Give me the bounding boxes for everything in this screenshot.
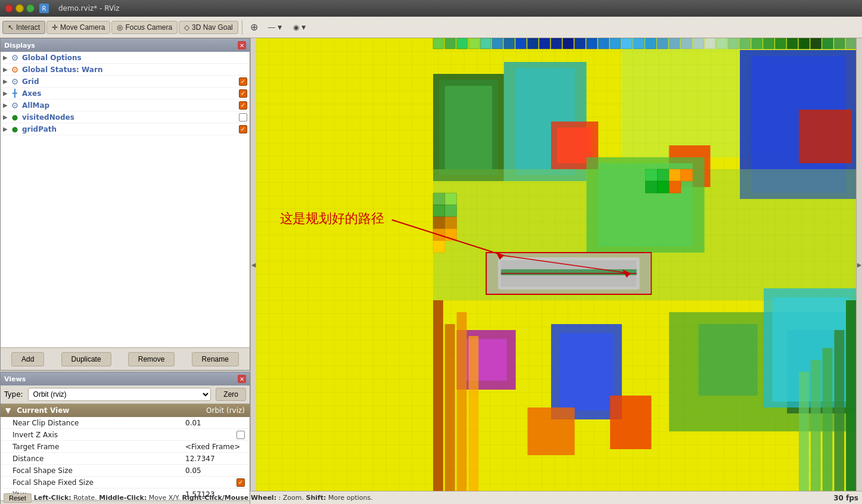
- view-params: Near Clip Distance 0.01 Invert Z Axis Ta…: [1, 417, 250, 500]
- svg-rect-73: [445, 205, 457, 217]
- svg-rect-86: [846, 300, 856, 491]
- toolbar-separator-1: [242, 20, 242, 35]
- interact-button[interactable]: ↖ Interact: [2, 21, 45, 34]
- main-toolbar: ↖ Interact ✛ Move Camera ◎ Focus Camera …: [0, 17, 862, 38]
- svg-rect-63: [669, 312, 856, 431]
- invert-z-checkbox[interactable]: [236, 431, 245, 439]
- svg-rect-68: [764, 288, 856, 407]
- move-camera-button[interactable]: ✛ Move Camera: [46, 21, 110, 34]
- svg-rect-85: [669, 181, 681, 193]
- svg-rect-20: [634, 38, 645, 49]
- svg-rect-23: [669, 38, 680, 49]
- svg-text:这是规划好的路径: 这是规划好的路径: [280, 211, 384, 226]
- displays-panel-close[interactable]: ✕: [238, 41, 246, 49]
- tree-item-axes[interactable]: ▶ ╋ Axes ✓: [1, 88, 250, 99]
- grid-label: Grid: [22, 77, 239, 86]
- tree-item-gridpath[interactable]: ▶ ● gridPath ✓: [1, 123, 250, 135]
- 3d-viewport[interactable]: 这是规划好的路径: [256, 38, 856, 491]
- arrows-button[interactable]: ⊕: [246, 19, 263, 36]
- current-view-type: Orbit (rviz): [206, 406, 245, 415]
- target-frame-value[interactable]: <Fixed Frame>: [185, 443, 245, 451]
- close-button[interactable]: [5, 4, 13, 13]
- svg-rect-46: [433, 169, 856, 300]
- gridpath-checkbox[interactable]: ✓: [239, 125, 247, 133]
- reset-button[interactable]: Reset: [4, 493, 32, 503]
- svg-rect-5: [457, 38, 468, 49]
- add-display-button[interactable]: Add: [11, 352, 44, 366]
- focus-camera-button[interactable]: ◎ Focus Camera: [111, 21, 178, 34]
- svg-rect-2: [622, 38, 846, 157]
- svg-rect-83: [669, 169, 681, 181]
- window-controls[interactable]: [5, 4, 35, 13]
- current-view-header[interactable]: ▼ Current View Orbit (rviz): [1, 404, 250, 417]
- axes-checkbox[interactable]: ✓: [239, 89, 247, 98]
- near-clip-label: Near Clip Distance: [13, 419, 185, 427]
- viewport-svg: 这是规划好的路径: [256, 38, 856, 491]
- svg-rect-94: [457, 312, 467, 491]
- focal-shape-fixed-checkbox[interactable]: ✓: [236, 478, 245, 487]
- interact-mode-dropdown[interactable]: — ▼: [264, 21, 288, 34]
- status-instructions: Left-Click: Rotate. Middle-Click: Move X…: [34, 494, 373, 502]
- allmap-checkbox[interactable]: ✓: [239, 101, 247, 110]
- focal-shape-size-value[interactable]: 0.05: [185, 466, 245, 475]
- views-panel-header[interactable]: Views ✕: [1, 372, 250, 385]
- maximize-button[interactable]: [26, 4, 35, 13]
- visited-nodes-checkbox[interactable]: [239, 113, 247, 122]
- svg-rect-90: [811, 360, 821, 491]
- views-zero-button[interactable]: Zero: [216, 388, 246, 401]
- expander-icon-2: ▶: [3, 66, 10, 73]
- svg-rect-12: [539, 38, 550, 49]
- displays-panel-title: Displays: [4, 42, 35, 49]
- views-panel-close[interactable]: ✕: [238, 375, 246, 383]
- nav-goal-button[interactable]: ◇ 3D Nav Goal: [179, 21, 238, 34]
- svg-rect-3: [433, 38, 444, 49]
- svg-rect-77: [445, 229, 457, 241]
- svg-rect-52: [598, 163, 692, 247]
- tree-item-allmap[interactable]: ▶ ⚙ AllMap ✓: [1, 99, 250, 111]
- tree-item-visited-nodes[interactable]: ▶ ● visitedNodes: [1, 111, 250, 123]
- svg-rect-69: [772, 297, 849, 402]
- right-panel-handle[interactable]: ▶: [856, 38, 862, 491]
- chevron-down-icon-2: ▼: [300, 23, 307, 32]
- grid-icon: ⚙: [10, 77, 20, 86]
- svg-line-98: [504, 256, 631, 273]
- camera-mode-dropdown[interactable]: ◉ ▼: [289, 21, 312, 34]
- svg-rect-10: [516, 38, 527, 49]
- svg-rect-13: [551, 38, 562, 49]
- svg-rect-91: [799, 372, 809, 491]
- svg-rect-26: [705, 38, 715, 49]
- near-clip-value[interactable]: 0.01: [185, 419, 245, 427]
- distance-value[interactable]: 12.7347: [185, 455, 245, 463]
- svg-rect-15: [575, 38, 586, 49]
- svg-rect-34: [799, 38, 810, 49]
- displays-panel-header[interactable]: Displays ✕: [1, 39, 250, 52]
- displays-tree[interactable]: ▶ ⚙ Global Options ▶ ⚙ Global Status: Wa…: [1, 52, 250, 347]
- svg-rect-32: [775, 38, 786, 49]
- displays-panel: Displays ✕ ▶ ⚙ Global Options ▶ ⚙ Global…: [0, 38, 250, 371]
- panel-collapse-handle[interactable]: ◀: [250, 38, 256, 491]
- svg-rect-55: [498, 257, 640, 290]
- param-focal-shape-fixed: Focal Shape Fixed Size ✓: [1, 477, 250, 489]
- svg-rect-57: [501, 269, 637, 275]
- svg-rect-71: [445, 193, 457, 205]
- svg-rect-70: [433, 193, 445, 205]
- tree-item-global-status[interactable]: ▶ ⚙ Global Status: Warn: [1, 64, 250, 76]
- grid-checkbox[interactable]: ✓: [239, 77, 247, 86]
- expander-icon-6: ▶: [3, 114, 10, 120]
- main-layout: Displays ✕ ▶ ⚙ Global Options ▶ ⚙ Global…: [0, 38, 862, 491]
- duplicate-display-button[interactable]: Duplicate: [61, 352, 111, 366]
- views-type-label: Type:: [4, 390, 23, 399]
- rename-display-button[interactable]: Rename: [192, 352, 239, 366]
- tree-item-global-options[interactable]: ▶ ⚙ Global Options: [1, 52, 250, 64]
- param-focal-shape-size: Focal Shape Size 0.05: [1, 465, 250, 477]
- views-type-select[interactable]: Orbit (rviz): [28, 388, 211, 401]
- remove-display-button[interactable]: Remove: [128, 352, 175, 366]
- param-target-frame: Target Frame <Fixed Frame>: [1, 441, 250, 453]
- tree-item-grid[interactable]: ▶ ⚙ Grid ✓: [1, 76, 250, 88]
- svg-rect-75: [445, 217, 457, 229]
- settings-icon: ⚙: [10, 53, 20, 63]
- svg-rect-64: [699, 324, 758, 396]
- minimize-button[interactable]: [15, 4, 24, 13]
- gridpath-label: gridPath: [22, 125, 239, 133]
- svg-rect-49: [669, 145, 710, 187]
